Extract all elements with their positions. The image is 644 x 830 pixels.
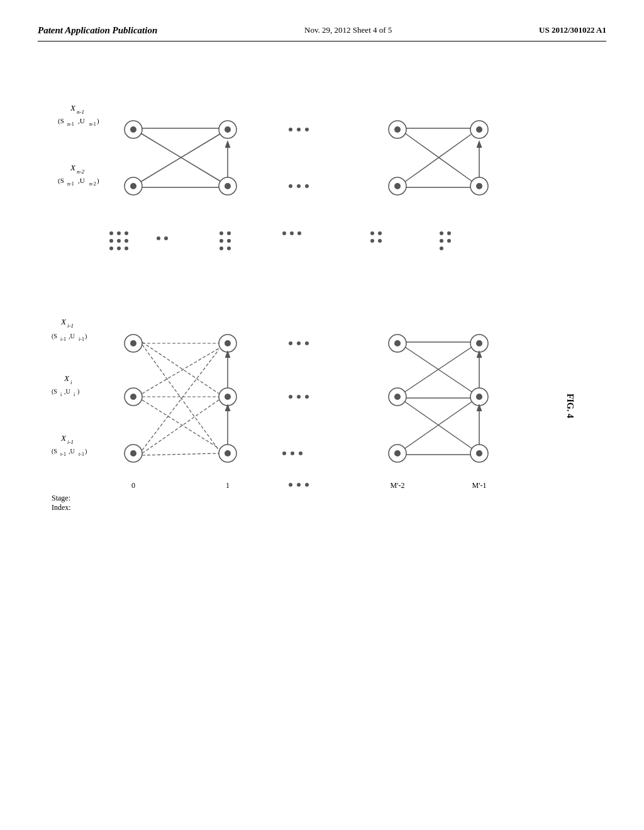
bot-dots-r3-2: [291, 451, 294, 455]
top-dots-r2-3: [305, 184, 309, 188]
mid-dots-13: [227, 231, 231, 235]
top-node-r1-n2-inner: [225, 126, 231, 133]
mid-dots-23: [370, 239, 374, 243]
mid-dots-14: [219, 239, 223, 243]
mid-dots-21: [370, 231, 374, 235]
mid-dots-1: [109, 231, 113, 235]
bot-edge-dash-7: [142, 350, 219, 450]
bot-ut1-sub: t-1: [79, 451, 84, 457]
bot-ui-sub: i: [74, 392, 75, 397]
mid-dots-24: [378, 239, 382, 243]
mid-dots-27: [440, 239, 443, 243]
bot-xi-sub: i: [70, 379, 72, 385]
bot-paren1: ): [85, 333, 87, 340]
index-mp2: M'-2: [391, 481, 405, 490]
bot-si1-sub1: i-1: [60, 336, 66, 342]
index-mp1: M'-1: [472, 481, 487, 490]
bot-edge-dash-9: [142, 453, 219, 455]
top-node-r2-n4-inner: [476, 183, 482, 189]
mid-dots-5: [117, 239, 121, 243]
bot-dots-r2-1: [289, 395, 292, 399]
mid-dots-28: [447, 239, 451, 243]
index-dots-1: [289, 483, 292, 487]
mid-dots-10: [157, 236, 160, 240]
bot-node-r3-n4-inner: [476, 450, 482, 456]
bot-si-sub: i: [60, 392, 62, 397]
bot-xit1-sub: i-1: [67, 439, 74, 445]
bot-dots-r3-3: [299, 451, 303, 455]
page-header: Patent Application Publication Nov. 29, …: [38, 25, 606, 42]
bot-xi-label: X: [64, 374, 70, 383]
publication-title: Patent Application Publication: [38, 25, 157, 36]
top-node-r2-n1-inner: [130, 183, 136, 189]
mid-dots-29: [440, 246, 443, 250]
index-dots-3: [305, 483, 309, 487]
mid-dots-15: [227, 239, 231, 243]
bot-node-r1-n3-inner: [394, 340, 401, 346]
patent-number: US 2012/301022 A1: [539, 25, 606, 35]
mid-dots-26: [447, 231, 451, 235]
top-node-r2-n3-inner: [394, 183, 401, 189]
top-xn1-label: X: [70, 103, 76, 113]
bot-edge-dash-5: [142, 342, 219, 394]
bot-dots-r1-2: [297, 341, 301, 345]
bot-dots-r1-1: [289, 341, 292, 345]
bot-node-r3-n2-inner: [225, 450, 231, 456]
top-node-r1-n3-inner: [394, 126, 401, 133]
top-edge-8: [405, 134, 472, 182]
index-label: Index:: [52, 503, 71, 512]
top-node-r1-n4-inner: [476, 126, 482, 133]
mid-dots-6: [125, 239, 128, 243]
mid-dots-8: [117, 246, 121, 250]
mid-dots-17: [227, 246, 231, 250]
top-sn1-label: (S: [58, 117, 64, 125]
bot-dots-r1-3: [305, 341, 309, 345]
bot-xi1-label: X: [60, 317, 67, 326]
bot-ut1-label: ,U: [69, 448, 75, 455]
mid-dots-16: [219, 246, 223, 250]
bot-st1-sub1: t-1: [60, 451, 66, 457]
mid-dots-12: [219, 231, 223, 235]
bot-node-r2-n4-inner: [476, 394, 482, 400]
top-un2-sub: n-2: [89, 181, 96, 187]
bot-paren2: ): [77, 388, 79, 396]
main-diagram: X n-1 (S n-1 ,U n-1 ) X n-2 (S n-1 ,U n-…: [52, 60, 592, 783]
bot-node-r1-n2-inner: [225, 340, 231, 346]
bot-edge-dash-6: [142, 345, 219, 450]
top-xn2-label: X: [70, 163, 76, 172]
bot-dots-r3-1: [282, 451, 286, 455]
mid-dots-4: [109, 239, 113, 243]
bot-ui1-sub: i-1: [79, 336, 84, 342]
index-1: 1: [226, 481, 230, 490]
index-dots-2: [297, 483, 301, 487]
top-un2-label: ,U: [78, 177, 85, 184]
bot-node-r3-n1-inner: [130, 450, 136, 456]
stage-label: Stage:: [52, 494, 70, 502]
top-dots-r2-1: [289, 184, 292, 188]
bot-st1-label: (S: [52, 448, 57, 455]
top-sn2-label: (S: [58, 177, 64, 185]
date-sheet: Nov. 29, 2012 Sheet 4 of 5: [304, 25, 392, 35]
mid-dots-20: [297, 231, 301, 235]
bot-dots-r2-3: [305, 395, 309, 399]
top-dots-r1-1: [289, 128, 292, 131]
bot-ui1-label: ,U: [69, 333, 75, 340]
bot-edge-dash-3: [142, 400, 219, 448]
bot-node-r2-n2-inner: [225, 394, 231, 400]
index-0: 0: [131, 481, 135, 490]
top-sn1-sub1: n-1: [67, 121, 74, 127]
top-dots-r1-2: [297, 128, 301, 131]
mid-dots-2: [117, 231, 121, 235]
top-xn2-sub: n-2: [77, 169, 84, 175]
top-paren1: ): [97, 117, 99, 125]
mid-dots-11: [164, 236, 168, 240]
mid-dots-3: [125, 231, 128, 235]
top-un1-sub: n-1: [89, 121, 96, 127]
page-container: Patent Application Publication Nov. 29, …: [0, 0, 644, 830]
bot-edge-dash-1: [142, 348, 219, 394]
top-node-r2-n2-inner: [225, 183, 231, 189]
top-edge-4: [141, 134, 220, 182]
bot-node-r2-n3-inner: [394, 394, 401, 400]
top-paren2: ): [97, 177, 99, 185]
top-dots-r1-3: [305, 128, 309, 131]
